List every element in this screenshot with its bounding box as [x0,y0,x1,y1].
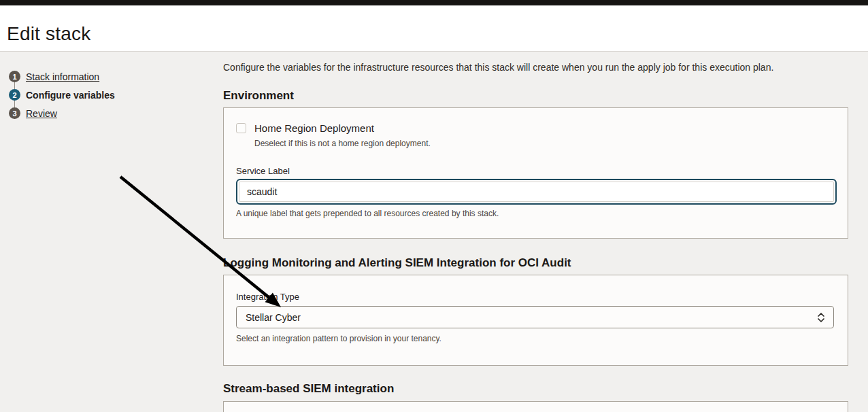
home-region-help-text: Deselect if this is not a home region de… [254,139,835,148]
wizard-step-label[interactable]: Review [26,108,57,119]
integration-type-help-text: Select an integration pattern to provisi… [236,334,835,343]
step-number-badge: 1 [9,71,20,82]
home-region-checkbox[interactable] [236,123,246,133]
step-number-badge: 3 [9,107,20,119]
page-header: Edit stack [0,5,868,52]
step-number-badge: 2 [9,89,20,101]
intro-text: Configure the variables for the infrastr… [223,63,848,73]
service-label-field-label: Service Label [236,166,835,176]
wizard-steps: 1 Stack information 2 Configure variable… [9,67,213,122]
section-title-environment: Environment [223,89,848,103]
stream-siem-panel [223,401,848,412]
wizard-step-configure-variables[interactable]: 2 Configure variables [9,86,213,104]
integration-type-selected-value: Stellar Cyber [246,312,301,323]
service-label-help-text: A unique label that gets prepended to al… [236,209,835,218]
top-bar [0,0,868,5]
home-region-checkbox-label[interactable]: Home Region Deployment [254,122,374,134]
page-title: Edit stack [7,23,90,45]
wizard-step-label: Configure variables [26,90,115,101]
siem-integration-panel: Integration Type Stellar Cyber Select an… [223,275,848,366]
environment-panel: Home Region Deployment Deselect if this … [223,107,848,239]
section-title-stream-siem: Stream-based SIEM integration [223,382,848,396]
wizard-step-review[interactable]: 3 Review [9,104,213,122]
wizard-step-label[interactable]: Stack information [26,71,99,82]
chevron-updown-icon [817,312,825,323]
home-region-checkbox-row[interactable]: Home Region Deployment [236,122,835,134]
wizard-step-stack-information[interactable]: 1 Stack information [9,67,213,86]
section-title-siem-integration: Logging Monitoring and Alerting SIEM Int… [223,256,848,270]
integration-type-label: Integration Type [236,292,835,302]
main-content: Configure the variables for the infrastr… [223,51,848,412]
service-label-input[interactable] [236,179,837,205]
integration-type-select[interactable]: Stellar Cyber [236,306,834,328]
